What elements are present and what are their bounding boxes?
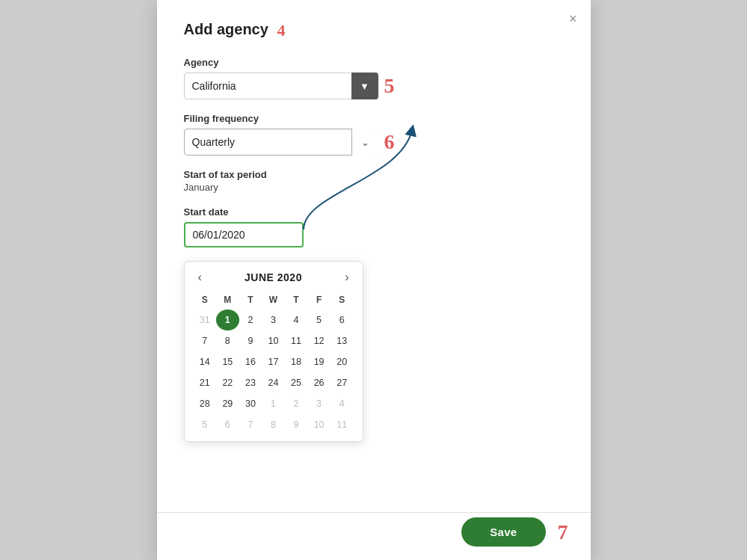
calendar-week-5: 28 29 30 1 2 3 4 xyxy=(194,393,354,414)
agency-row: California ▼ 5 xyxy=(184,73,395,99)
calendar-day[interactable]: 27 xyxy=(331,372,354,393)
calendar: ‹ JUNE 2020 › S M T W T F S xyxy=(184,261,363,442)
calendar-week-1: 31 1 2 3 4 5 6 xyxy=(194,310,354,330)
calendar-day[interactable]: 20 xyxy=(331,351,354,372)
calendar-day[interactable]: 10 xyxy=(262,330,285,351)
agency-select-display[interactable]: California xyxy=(184,73,378,99)
calendar-day[interactable]: 28 xyxy=(194,393,217,414)
calendar-day[interactable]: 30 xyxy=(239,393,262,414)
calendar-day-selected[interactable]: 1 xyxy=(216,310,239,330)
day-header-sat: S xyxy=(331,293,354,310)
day-header-fri: F xyxy=(307,293,331,310)
modal-overlay: × Add agency 4 Agency California ▼ 5 xyxy=(0,0,747,560)
day-header-sun: S xyxy=(194,293,217,310)
calendar-day[interactable]: 12 xyxy=(307,330,331,351)
calendar-day[interactable]: 22 xyxy=(216,372,239,393)
calendar-day[interactable]: 3 xyxy=(262,310,285,330)
start-date-wrapper xyxy=(184,222,304,247)
frequency-select-display[interactable]: Quarterly xyxy=(184,129,378,156)
calendar-day[interactable]: 11 xyxy=(331,414,354,435)
calendar-day[interactable]: 17 xyxy=(262,351,285,372)
calendar-day[interactable]: 23 xyxy=(239,372,262,393)
modal-panel: × Add agency 4 Agency California ▼ 5 xyxy=(157,0,591,560)
calendar-day[interactable]: 10 xyxy=(307,414,331,435)
calendar-day[interactable]: 1 xyxy=(262,393,285,414)
calendar-day[interactable]: 31 xyxy=(194,310,217,330)
calendar-body: 31 1 2 3 4 5 6 7 8 9 10 xyxy=(194,310,354,435)
calendar-day[interactable]: 8 xyxy=(216,330,239,351)
calendar-day[interactable]: 29 xyxy=(216,393,239,414)
agency-select-arrow[interactable]: ▼ xyxy=(351,73,378,99)
calendar-day[interactable]: 26 xyxy=(307,372,331,393)
calendar-week-6: 5 6 7 8 9 10 11 xyxy=(194,414,354,435)
calendar-month-year: JUNE 2020 xyxy=(245,271,302,283)
modal-title-text: Add agency xyxy=(184,21,268,37)
filing-frequency-label: Filing frequency xyxy=(184,113,564,124)
calendar-day[interactable]: 4 xyxy=(285,310,308,330)
tax-period-value: January xyxy=(184,182,564,193)
calendar-day[interactable]: 9 xyxy=(285,414,308,435)
calendar-day[interactable]: 5 xyxy=(194,414,217,435)
tax-period-label: Start of tax period xyxy=(184,169,564,180)
save-button[interactable]: Save xyxy=(461,517,545,547)
next-month-button[interactable]: › xyxy=(340,269,353,286)
save-button-wrapper: Save 7 xyxy=(461,517,568,547)
calendar-day[interactable]: 2 xyxy=(285,393,308,414)
calendar-header-row: S M T W T F S xyxy=(194,293,354,310)
calendar-day[interactable]: 6 xyxy=(331,310,354,330)
chevron-down-icon-freq: ⌄ xyxy=(361,137,369,148)
close-button[interactable]: × xyxy=(569,12,577,25)
filing-frequency-field-group: Filing frequency Quarterly ⌄ 6 xyxy=(184,113,564,156)
chevron-down-icon: ▼ xyxy=(360,81,369,92)
day-header-wed: W xyxy=(262,293,285,310)
step-7-badge: 7 xyxy=(558,522,568,543)
calendar-day[interactable]: 16 xyxy=(239,351,262,372)
calendar-day[interactable]: 11 xyxy=(285,330,308,351)
tax-period-group: Start of tax period January xyxy=(184,169,564,193)
calendar-day[interactable]: 19 xyxy=(307,351,331,372)
calendar-week-3: 14 15 16 17 18 19 20 xyxy=(194,351,354,372)
start-date-group: Start date xyxy=(184,206,564,247)
calendar-day[interactable]: 14 xyxy=(194,351,217,372)
calendar-day[interactable]: 6 xyxy=(216,414,239,435)
calendar-grid: S M T W T F S 31 1 2 xyxy=(194,293,354,435)
day-header-mon: M xyxy=(216,293,239,310)
calendar-day[interactable]: 21 xyxy=(194,372,217,393)
prev-month-button[interactable]: ‹ xyxy=(194,269,206,286)
step-4-badge: 4 xyxy=(277,21,285,40)
agency-label: Agency xyxy=(184,57,564,68)
calendar-header: ‹ JUNE 2020 › xyxy=(194,269,354,286)
calendar-week-4: 21 22 23 24 25 26 27 xyxy=(194,372,354,393)
start-date-label: Start date xyxy=(184,206,564,218)
modal-title: Add agency 4 xyxy=(184,21,564,40)
calendar-day[interactable]: 24 xyxy=(262,372,285,393)
calendar-day[interactable]: 25 xyxy=(285,372,308,393)
calendar-day[interactable]: 13 xyxy=(331,330,354,351)
calendar-day[interactable]: 4 xyxy=(331,393,354,414)
frequency-select-arrow[interactable]: ⌄ xyxy=(351,129,378,156)
calendar-day[interactable]: 8 xyxy=(262,414,285,435)
step-5-badge: 5 xyxy=(384,76,395,96)
agency-select-wrapper[interactable]: California ▼ xyxy=(184,73,378,99)
calendar-day[interactable]: 18 xyxy=(285,351,308,372)
frequency-select-wrapper[interactable]: Quarterly ⌄ xyxy=(184,129,378,156)
day-header-tue: T xyxy=(239,293,262,310)
start-date-input[interactable] xyxy=(184,222,304,247)
modal-footer: Save 7 xyxy=(157,512,591,560)
calendar-day[interactable]: 15 xyxy=(216,351,239,372)
calendar-day[interactable]: 2 xyxy=(239,310,262,330)
frequency-row: Quarterly ⌄ 6 xyxy=(184,129,395,156)
page-background: × Add agency 4 Agency California ▼ 5 xyxy=(0,0,747,560)
calendar-day[interactable]: 7 xyxy=(239,414,262,435)
calendar-day[interactable]: 9 xyxy=(239,330,262,351)
agency-field-group: Agency California ▼ 5 xyxy=(184,57,564,99)
day-header-thu: T xyxy=(285,293,308,310)
calendar-day[interactable]: 3 xyxy=(307,393,331,414)
calendar-week-2: 7 8 9 10 11 12 13 xyxy=(194,330,354,351)
calendar-day[interactable]: 7 xyxy=(194,330,217,351)
step-6-badge: 6 xyxy=(384,132,395,153)
calendar-day[interactable]: 5 xyxy=(307,310,331,330)
